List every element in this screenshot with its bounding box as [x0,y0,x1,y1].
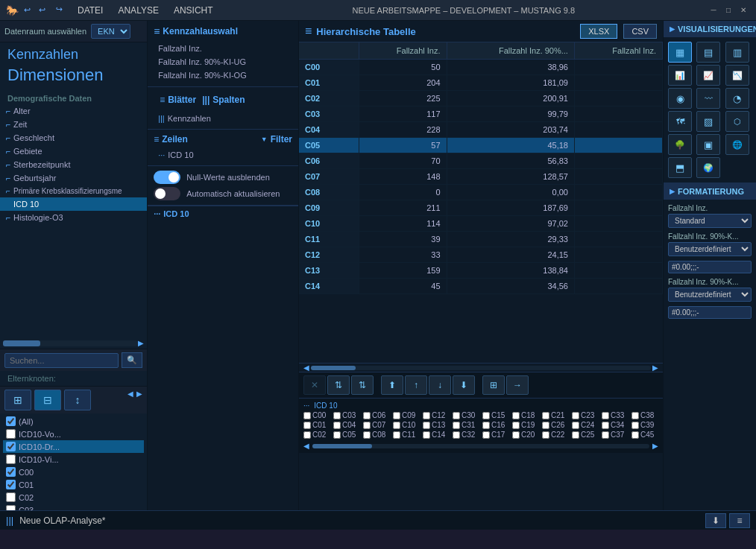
icd-cell[interactable]: C00 [303,411,330,419]
icd-cell[interactable]: C21 [542,411,569,419]
icd-cell[interactable]: C45 [631,431,658,439]
icd-cell[interactable]: C04 [333,421,360,429]
redo2-icon[interactable]: ↩ [51,4,63,16]
toolbar-delete-btn[interactable]: ✕ [303,375,326,395]
table-row[interactable]: C04 228 203,74 [299,122,663,138]
redo-icon[interactable]: ↩ [36,4,48,16]
table-scrollbar-h[interactable]: ◀ ▶ [299,363,663,372]
icd-cell[interactable]: C13 [423,421,450,429]
icd-cell[interactable]: C37 [602,431,629,439]
table-row[interactable]: C09 211 187,69 [299,200,663,216]
dim-histologie[interactable]: Histologie-O3 [0,211,147,224]
null-toggle[interactable] [154,171,180,184]
search-btn[interactable]: 🔍 [122,352,142,368]
cb-icd10-vo[interactable]: ICD10-Vo... [3,428,144,440]
statusbar-btn1[interactable]: ⬇ [705,513,726,528]
auto-toggle[interactable] [154,187,180,200]
icd-cell[interactable]: C26 [542,421,569,429]
table-row[interactable]: C03 117 99,79 [299,107,663,122]
table-row[interactable]: C10 114 97,02 [299,216,663,232]
icd-cell[interactable]: C12 [423,411,450,419]
icd-cell[interactable]: C19 [512,421,539,429]
icd-cell[interactable]: C02 [303,431,330,439]
icd-cell[interactable]: C25 [572,431,599,439]
icd-cell[interactable]: C15 [482,411,509,419]
icd-cell[interactable]: C31 [453,421,479,429]
icd-cell[interactable]: C34 [602,421,629,429]
icd-cell[interactable]: C23 [572,411,599,419]
icd-grid-label[interactable]: ··· [303,402,309,410]
icd-cell[interactable]: C05 [333,431,360,439]
table-row[interactable]: C12 33 24,15 [299,247,663,263]
vis-bar-btn[interactable]: 📊 [668,65,692,86]
scrollbar-thumb[interactable] [311,366,356,370]
vis-scatter-btn[interactable]: ◉ [668,88,692,109]
dim-zeit[interactable]: Zeit [0,118,147,131]
toolbar-down2-btn[interactable]: ⬇ [453,375,475,395]
kenn-fallzahl-og[interactable]: Fallzahl Inz. 90%-KI-OG [154,69,292,82]
vis-treemap-btn[interactable]: ▣ [696,134,720,155]
toolbar-up1-btn[interactable]: ⬆ [381,375,403,395]
vis-tree-btn[interactable]: 🌳 [668,134,692,155]
icd-scroll-left[interactable]: ◀ [303,442,309,450]
minimize-btn[interactable]: ─ [707,4,720,16]
toolbar-export2-btn[interactable]: → [506,375,529,395]
toolbar-down1-btn[interactable]: ↓ [429,375,451,395]
kenn-fallzahl-ug[interactable]: Fallzahl Inz. 90%-KI-UG [154,55,292,69]
filter-all-btn[interactable]: ⊞ [4,390,31,410]
table-row[interactable]: C07 148 128,57 [299,169,663,185]
scrollable-table[interactable]: Fallzahl Inz. Fallzahl Inz. 90%... Fallz… [299,42,663,363]
vis-table-btn[interactable]: ▦ [668,42,692,63]
toolbar-sort2-btn[interactable]: ⇅ [351,375,374,395]
blatter-label[interactable]: Blätter [160,95,196,105]
filter-sort-btn[interactable]: ↕ [64,390,91,410]
format-select3[interactable]: Benutzerdefiniert [668,288,752,302]
cb-c00[interactable]: C00 [3,466,144,478]
icd-cell[interactable]: C39 [631,421,658,429]
table-row[interactable]: C05 57 45,18 [299,138,663,153]
format-input3[interactable] [668,306,752,319]
scroll-left-icon[interactable]: ◀ [127,390,133,410]
statusbar-btn2[interactable]: ≡ [729,513,750,528]
table-row[interactable]: C13 159 138,84 [299,263,663,279]
toolbar-up2-btn[interactable]: ↑ [405,375,427,395]
icd-cell[interactable]: C09 [393,411,420,419]
vis-funnel-btn[interactable]: ⬡ [725,111,749,132]
datenraum-select[interactable]: EKN [91,24,130,39]
zeilen-label[interactable]: Zeilen [154,134,188,145]
spalten-label[interactable]: Spalten [202,95,245,105]
dim-geburtsjahr[interactable]: Geburtsjahr [0,171,147,185]
toolbar-chart-btn[interactable]: ⊞ [482,375,505,395]
vis-globe-btn[interactable]: 🌐 [725,134,749,155]
scrollbar-track[interactable] [311,366,651,370]
search-input[interactable] [4,353,119,368]
csv-btn[interactable]: CSV [623,24,657,39]
icd-cell[interactable]: C06 [363,411,390,419]
table-row[interactable]: C14 45 34,56 [299,279,663,294]
vis-bar2-btn[interactable]: 📈 [696,65,720,86]
icd-cell[interactable]: C10 [393,421,420,429]
icd-cell[interactable]: C18 [512,411,539,419]
scroll-right-icon[interactable]: ▶ [136,390,142,410]
cb-icd10-dr[interactable]: ICD10-Dr... [3,440,144,453]
vis-heat-btn[interactable]: ▨ [696,111,720,132]
dim-gebiete[interactable]: Gebiete [0,145,147,158]
menu-datei[interactable]: DATEI [70,4,110,17]
format-select2[interactable]: Benutzerdefiniert [668,242,752,256]
dim-alter[interactable]: Alter [0,104,147,118]
dim-icd10[interactable]: ICD 10 [0,197,147,211]
close-btn[interactable]: ✕ [737,4,750,16]
table-row[interactable]: C11 39 29,33 [299,232,663,247]
icd-cell[interactable]: C38 [631,411,658,419]
icd-cell[interactable]: C24 [572,421,599,429]
vis-line-btn[interactable]: 〰 [696,88,720,109]
vis-col-btn[interactable]: ▥ [725,42,749,63]
cb-icd10-vi[interactable]: ICD10-Vi... [3,453,144,466]
filter-label[interactable]: Filter [261,134,292,145]
icd-cell[interactable]: C33 [602,411,629,419]
icd-cell[interactable]: C14 [423,431,450,439]
filter-hier-btn[interactable]: ⊟ [34,390,61,410]
vis-list-btn[interactable]: ▤ [696,42,720,63]
icd-cell[interactable]: C01 [303,421,330,429]
vis-bar3-btn[interactable]: 📉 [725,65,749,86]
